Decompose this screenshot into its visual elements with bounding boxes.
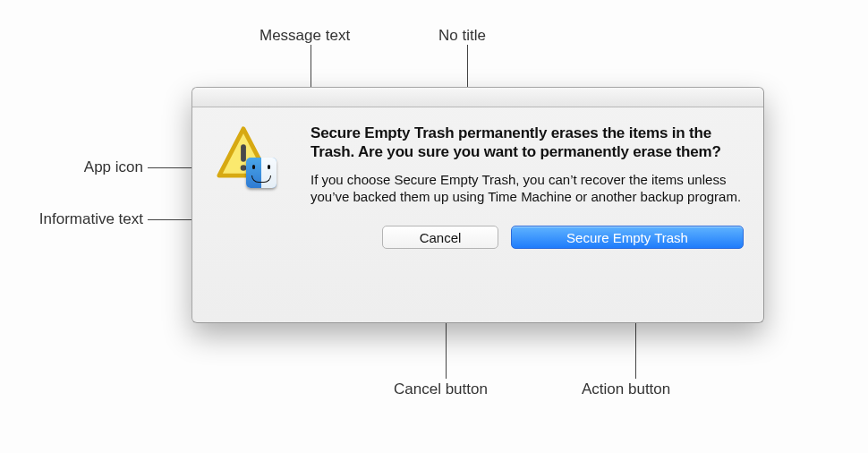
finder-icon [246, 158, 277, 188]
message-text: Secure Empty Trash permanently erases th… [311, 124, 744, 162]
svg-rect-0 [241, 144, 246, 161]
action-button[interactable]: Secure Empty Trash [511, 226, 744, 249]
dialog-titlebar [192, 88, 763, 107]
annotation-message-text: Message text [260, 27, 350, 45]
annotation-action-button: Action button [582, 380, 670, 398]
app-icon [214, 124, 278, 188]
button-row: Cancel Secure Empty Trash [311, 226, 744, 249]
informative-text: If you choose Secure Empty Trash, you ca… [311, 171, 744, 207]
annotation-app-icon: App icon [63, 158, 143, 176]
annotation-informative-text: Informative text [9, 210, 143, 228]
annotation-cancel-button: Cancel button [394, 380, 488, 398]
alert-dialog: Secure Empty Trash permanently erases th… [191, 87, 764, 323]
cancel-button[interactable]: Cancel [382, 226, 498, 249]
annotation-no-title: No title [438, 27, 486, 45]
